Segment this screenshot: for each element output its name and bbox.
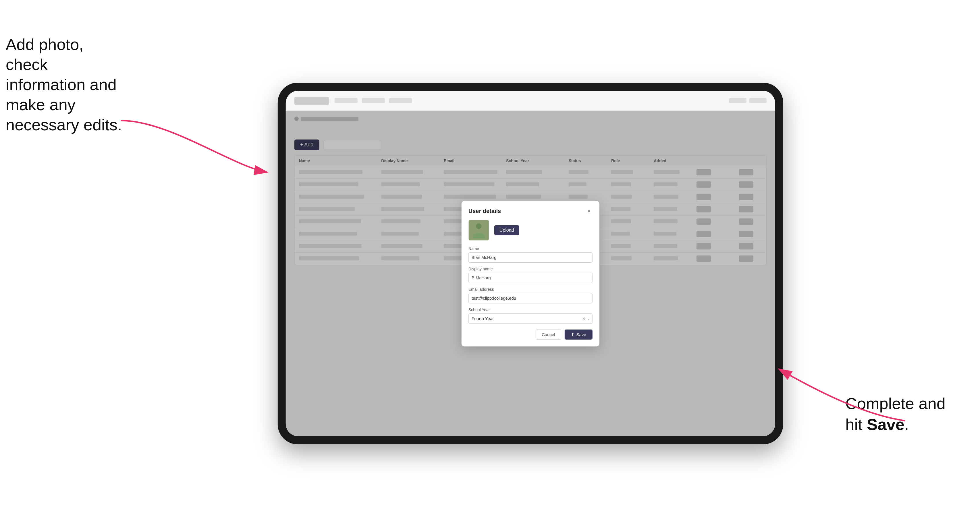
header-action-1[interactable] xyxy=(729,98,746,103)
school-year-caret-button[interactable]: ⌄ xyxy=(587,317,590,321)
header-right xyxy=(729,98,767,103)
photo-section: Upload xyxy=(468,220,593,241)
save-icon: ⬆ xyxy=(571,332,574,337)
upload-photo-button[interactable]: Upload xyxy=(494,225,519,235)
email-input[interactable] xyxy=(468,293,593,303)
modal-overlay: User details × Upload xyxy=(286,111,775,436)
nav-item-2[interactable] xyxy=(362,98,385,103)
modal-actions: Cancel ⬆ Save xyxy=(468,330,593,340)
app-logo xyxy=(294,97,329,105)
tablet-device: + Add Name Display Name Email School Yea… xyxy=(278,83,783,444)
header-action-2[interactable] xyxy=(749,98,767,103)
school-year-controls: ✕ ⌄ xyxy=(582,316,590,321)
modal-close-button[interactable]: × xyxy=(585,208,593,215)
user-details-modal: User details × Upload xyxy=(461,201,600,346)
school-year-wrapper: ✕ ⌄ xyxy=(468,313,593,324)
app-body: + Add Name Display Name Email School Yea… xyxy=(286,111,775,436)
nav-item-1[interactable] xyxy=(335,98,358,103)
annotation-right: Complete andhit Save. xyxy=(845,393,945,435)
app-header xyxy=(286,91,775,111)
arrow-left-icon xyxy=(112,115,284,201)
display-name-input[interactable] xyxy=(468,273,593,283)
display-name-form-group: Display name xyxy=(468,267,593,283)
email-form-group: Email address xyxy=(468,287,593,303)
tablet-screen: + Add Name Display Name Email School Yea… xyxy=(286,91,775,436)
modal-title: User details xyxy=(468,208,501,214)
svg-point-2 xyxy=(476,223,482,229)
cancel-button[interactable]: Cancel xyxy=(536,330,561,340)
modal-header: User details × xyxy=(468,208,593,215)
user-photo xyxy=(468,220,489,241)
email-label: Email address xyxy=(468,287,593,292)
nav-item-3[interactable] xyxy=(389,98,412,103)
name-input[interactable] xyxy=(468,252,593,263)
app-nav xyxy=(335,98,412,103)
name-label: Name xyxy=(468,246,593,251)
school-year-label: School Year xyxy=(468,307,593,312)
school-year-clear-button[interactable]: ✕ xyxy=(582,316,586,321)
save-button[interactable]: ⬆ Save xyxy=(565,330,593,340)
school-year-input[interactable] xyxy=(468,313,593,324)
name-form-group: Name xyxy=(468,246,593,263)
annotation-left: Add photo, check information and make an… xyxy=(6,35,126,135)
school-year-form-group: School Year ✕ ⌄ xyxy=(468,307,593,324)
display-name-label: Display name xyxy=(468,267,593,271)
